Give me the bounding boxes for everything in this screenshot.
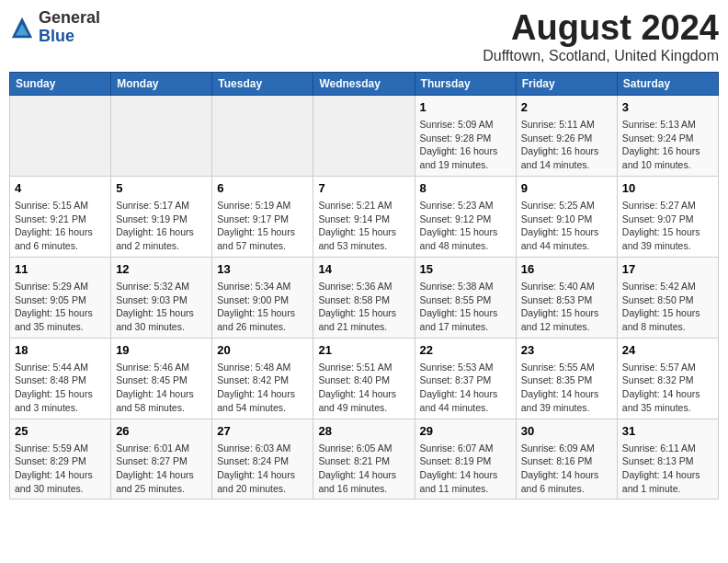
day-number: 7 xyxy=(318,180,409,197)
calendar-cell: 5Sunrise: 5:17 AM Sunset: 9:19 PM Daylig… xyxy=(111,176,212,257)
day-info: Sunrise: 5:09 AM Sunset: 9:28 PM Dayligh… xyxy=(420,118,511,172)
day-number: 2 xyxy=(521,99,612,116)
calendar-cell: 31Sunrise: 6:11 AM Sunset: 8:13 PM Dayli… xyxy=(617,419,718,500)
calendar-cell: 4Sunrise: 5:15 AM Sunset: 9:21 PM Daylig… xyxy=(10,176,111,257)
day-info: Sunrise: 5:27 AM Sunset: 9:07 PM Dayligh… xyxy=(622,199,713,253)
calendar-week-1: 1Sunrise: 5:09 AM Sunset: 9:28 PM Daylig… xyxy=(10,95,719,176)
day-info: Sunrise: 5:38 AM Sunset: 8:55 PM Dayligh… xyxy=(420,280,511,334)
calendar-cell: 24Sunrise: 5:57 AM Sunset: 8:32 PM Dayli… xyxy=(617,338,718,419)
calendar-cell: 29Sunrise: 6:07 AM Sunset: 8:19 PM Dayli… xyxy=(415,419,516,500)
day-number: 28 xyxy=(318,423,409,440)
day-info: Sunrise: 5:44 AM Sunset: 8:48 PM Dayligh… xyxy=(15,361,106,415)
day-info: Sunrise: 5:55 AM Sunset: 8:35 PM Dayligh… xyxy=(521,361,612,415)
day-number: 19 xyxy=(116,342,207,359)
weekday-header-saturday: Saturday xyxy=(617,72,718,95)
page-header: General Blue August 2024 Dufftown, Scotl… xyxy=(9,9,719,64)
day-info: Sunrise: 5:46 AM Sunset: 8:45 PM Dayligh… xyxy=(116,361,207,415)
day-info: Sunrise: 6:05 AM Sunset: 8:21 PM Dayligh… xyxy=(318,442,409,496)
calendar-cell: 9Sunrise: 5:25 AM Sunset: 9:10 PM Daylig… xyxy=(516,176,617,257)
day-number: 27 xyxy=(217,423,308,440)
calendar-cell: 27Sunrise: 6:03 AM Sunset: 8:24 PM Dayli… xyxy=(212,419,313,500)
calendar-cell: 28Sunrise: 6:05 AM Sunset: 8:21 PM Dayli… xyxy=(313,419,415,500)
day-info: Sunrise: 5:36 AM Sunset: 8:58 PM Dayligh… xyxy=(318,280,409,334)
calendar-cell xyxy=(313,95,415,176)
day-number: 6 xyxy=(217,180,308,197)
day-info: Sunrise: 5:25 AM Sunset: 9:10 PM Dayligh… xyxy=(521,199,612,253)
calendar-cell: 17Sunrise: 5:42 AM Sunset: 8:50 PM Dayli… xyxy=(617,257,718,338)
day-number: 31 xyxy=(622,423,713,440)
calendar-cell: 8Sunrise: 5:23 AM Sunset: 9:12 PM Daylig… xyxy=(415,176,516,257)
day-number: 17 xyxy=(622,261,713,278)
calendar-cell: 26Sunrise: 6:01 AM Sunset: 8:27 PM Dayli… xyxy=(111,419,212,500)
weekday-header-thursday: Thursday xyxy=(415,72,516,95)
calendar-cell: 1Sunrise: 5:09 AM Sunset: 9:28 PM Daylig… xyxy=(415,95,516,176)
day-number: 8 xyxy=(420,180,511,197)
day-info: Sunrise: 6:03 AM Sunset: 8:24 PM Dayligh… xyxy=(217,442,308,496)
calendar-cell xyxy=(212,95,313,176)
day-number: 25 xyxy=(15,423,106,440)
weekday-header-tuesday: Tuesday xyxy=(212,72,313,95)
day-number: 4 xyxy=(15,180,106,197)
day-info: Sunrise: 6:11 AM Sunset: 8:13 PM Dayligh… xyxy=(622,442,713,496)
day-number: 30 xyxy=(521,423,612,440)
calendar-cell xyxy=(111,95,212,176)
calendar-cell: 14Sunrise: 5:36 AM Sunset: 8:58 PM Dayli… xyxy=(313,257,415,338)
day-number: 20 xyxy=(217,342,308,359)
logo: General Blue xyxy=(9,9,100,46)
calendar-cell: 6Sunrise: 5:19 AM Sunset: 9:17 PM Daylig… xyxy=(212,176,313,257)
day-info: Sunrise: 5:11 AM Sunset: 9:26 PM Dayligh… xyxy=(521,118,612,172)
calendar-week-3: 11Sunrise: 5:29 AM Sunset: 9:05 PM Dayli… xyxy=(10,257,719,338)
calendar-cell: 22Sunrise: 5:53 AM Sunset: 8:37 PM Dayli… xyxy=(415,338,516,419)
calendar-cell: 10Sunrise: 5:27 AM Sunset: 9:07 PM Dayli… xyxy=(617,176,718,257)
calendar-cell: 3Sunrise: 5:13 AM Sunset: 9:24 PM Daylig… xyxy=(617,95,718,176)
calendar-cell: 18Sunrise: 5:44 AM Sunset: 8:48 PM Dayli… xyxy=(10,338,111,419)
calendar-table: SundayMondayTuesdayWednesdayThursdayFrid… xyxy=(9,72,719,500)
day-number: 15 xyxy=(420,261,511,278)
logo-icon xyxy=(9,15,35,40)
day-number: 10 xyxy=(622,180,713,197)
calendar-week-5: 25Sunrise: 5:59 AM Sunset: 8:29 PM Dayli… xyxy=(10,419,719,500)
calendar-cell: 2Sunrise: 5:11 AM Sunset: 9:26 PM Daylig… xyxy=(516,95,617,176)
location: Dufftown, Scotland, United Kingdom xyxy=(483,48,719,64)
day-number: 21 xyxy=(318,342,409,359)
month-year: August 2024 xyxy=(483,9,719,48)
calendar-cell: 20Sunrise: 5:48 AM Sunset: 8:42 PM Dayli… xyxy=(212,338,313,419)
day-number: 13 xyxy=(217,261,308,278)
weekday-header-friday: Friday xyxy=(516,72,617,95)
calendar-cell: 12Sunrise: 5:32 AM Sunset: 9:03 PM Dayli… xyxy=(111,257,212,338)
day-number: 29 xyxy=(420,423,511,440)
day-info: Sunrise: 6:01 AM Sunset: 8:27 PM Dayligh… xyxy=(116,442,207,496)
day-info: Sunrise: 5:21 AM Sunset: 9:14 PM Dayligh… xyxy=(318,199,409,253)
calendar-cell: 25Sunrise: 5:59 AM Sunset: 8:29 PM Dayli… xyxy=(10,419,111,500)
logo-general: General xyxy=(39,8,100,27)
calendar-cell: 11Sunrise: 5:29 AM Sunset: 9:05 PM Dayli… xyxy=(10,257,111,338)
day-info: Sunrise: 5:15 AM Sunset: 9:21 PM Dayligh… xyxy=(15,199,106,253)
day-info: Sunrise: 5:51 AM Sunset: 8:40 PM Dayligh… xyxy=(318,361,409,415)
weekday-header-monday: Monday xyxy=(111,72,212,95)
day-info: Sunrise: 5:48 AM Sunset: 8:42 PM Dayligh… xyxy=(217,361,308,415)
calendar-cell: 21Sunrise: 5:51 AM Sunset: 8:40 PM Dayli… xyxy=(313,338,415,419)
day-number: 26 xyxy=(116,423,207,440)
day-info: Sunrise: 5:34 AM Sunset: 9:00 PM Dayligh… xyxy=(217,280,308,334)
calendar-cell: 15Sunrise: 5:38 AM Sunset: 8:55 PM Dayli… xyxy=(415,257,516,338)
weekday-header-row: SundayMondayTuesdayWednesdayThursdayFrid… xyxy=(10,72,719,95)
calendar-cell: 13Sunrise: 5:34 AM Sunset: 9:00 PM Dayli… xyxy=(212,257,313,338)
day-info: Sunrise: 6:07 AM Sunset: 8:19 PM Dayligh… xyxy=(420,442,511,496)
day-info: Sunrise: 5:19 AM Sunset: 9:17 PM Dayligh… xyxy=(217,199,308,253)
day-number: 16 xyxy=(521,261,612,278)
day-number: 22 xyxy=(420,342,511,359)
day-number: 1 xyxy=(420,99,511,116)
day-number: 23 xyxy=(521,342,612,359)
calendar-cell: 19Sunrise: 5:46 AM Sunset: 8:45 PM Dayli… xyxy=(111,338,212,419)
day-number: 14 xyxy=(318,261,409,278)
day-number: 3 xyxy=(622,99,713,116)
logo-blue: Blue xyxy=(39,27,74,45)
day-info: Sunrise: 5:32 AM Sunset: 9:03 PM Dayligh… xyxy=(116,280,207,334)
day-info: Sunrise: 5:13 AM Sunset: 9:24 PM Dayligh… xyxy=(622,118,713,172)
day-info: Sunrise: 5:42 AM Sunset: 8:50 PM Dayligh… xyxy=(622,280,713,334)
calendar-cell: 23Sunrise: 5:55 AM Sunset: 8:35 PM Dayli… xyxy=(516,338,617,419)
day-info: Sunrise: 5:59 AM Sunset: 8:29 PM Dayligh… xyxy=(15,442,106,496)
day-number: 11 xyxy=(15,261,106,278)
weekday-header-wednesday: Wednesday xyxy=(313,72,415,95)
calendar-cell: 30Sunrise: 6:09 AM Sunset: 8:16 PM Dayli… xyxy=(516,419,617,500)
